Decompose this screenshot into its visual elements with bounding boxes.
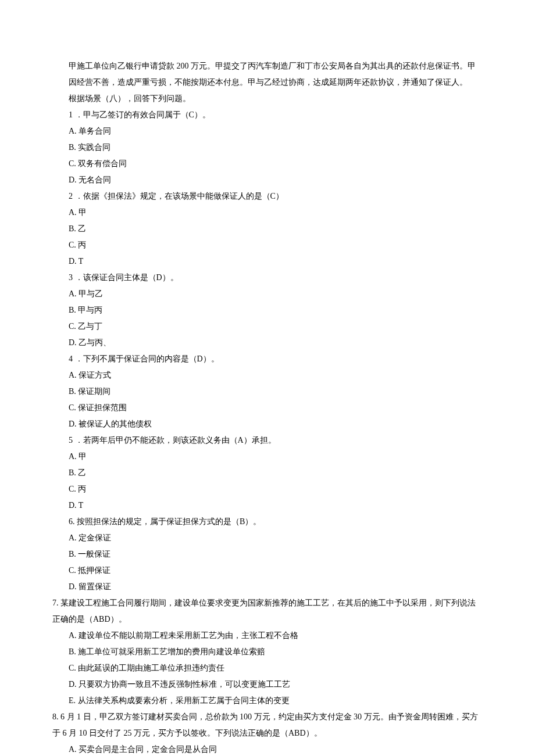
q7-option-e: E. 从法律关系构成要素分析，采用新工艺属于合同主体的变更	[52, 693, 483, 709]
q7-option-b: B. 施工单位可就采用新工艺增加的费用向建设单位索赔	[52, 644, 483, 660]
q3-option-a: A. 甲与乙	[52, 286, 483, 302]
q3-stem: 3 ．该保证合同主体是（D）。	[52, 270, 483, 286]
q2-option-c: C. 丙	[52, 237, 483, 253]
q7-option-c: C. 由此延误的工期由施工单位承担违约责任	[52, 660, 483, 676]
q7-stem: 7. 某建设工程施工合同履行期间，建设单位要求变更为国家新推荐的施工工艺，在其后…	[52, 595, 483, 628]
q3-option-b: B. 甲与丙	[52, 302, 483, 318]
q2-option-a: A. 甲	[52, 205, 483, 221]
q8-option-a: A. 买卖合同是主合同，定金合同是从合同	[52, 741, 483, 756]
q4-option-d: D. 被保证人的其他债权	[52, 416, 483, 432]
q7-option-d: D. 只要双方协商一致且不违反强制性标准，可以变更施工工艺	[52, 676, 483, 693]
q2-stem: 2 ．依据《担保法》规定，在该场景中能做保证人的是（C）	[52, 188, 483, 205]
q6-option-d: D. 留置保证	[52, 579, 483, 595]
q1-option-c: C. 双务有偿合同	[52, 156, 483, 172]
scenario-paragraph-1: 甲施工单位向乙银行申请贷款 200 万元。甲提交了丙汽车制造厂和丁市公安局各自为…	[69, 58, 483, 91]
q3-option-d: D. 乙与丙、	[52, 335, 483, 351]
q1-stem: 1 ．甲与乙签订的有效合同属于（C）。	[52, 107, 483, 123]
q6-stem: 6. 按照担保法的规定，属于保证担保方式的是（B）。	[52, 514, 483, 530]
q4-stem: 4 ．下列不属于保证合同的内容是（D）。	[52, 351, 483, 367]
q5-option-c: C. 丙	[52, 481, 483, 497]
q5-stem: 5 ．若两年后甲仍不能还款，则该还款义务由（A）承担。	[52, 432, 483, 449]
q4-option-b: B. 保证期间	[52, 384, 483, 400]
q4-option-a: A. 保证方式	[52, 367, 483, 384]
q8-stem: 8. 6 月 1 日，甲乙双方签订建材买卖合同，总价款为 100 万元，约定由买…	[52, 709, 483, 741]
q6-option-c: C. 抵押保证	[52, 562, 483, 579]
q2-option-b: B. 乙	[52, 221, 483, 237]
q3-option-c: C. 乙与丁	[52, 318, 483, 335]
q1-option-d: D. 无名合同	[52, 172, 483, 188]
q6-option-a: A. 定金保证	[52, 530, 483, 546]
q5-option-b: B. 乙	[52, 465, 483, 481]
q1-option-a: A. 单务合同	[52, 123, 483, 139]
q5-option-d: D. T	[52, 497, 483, 514]
q1-option-b: B. 实践合同	[52, 139, 483, 156]
scenario-paragraph-2: 根据场景（八），回答下列问题。	[52, 91, 483, 107]
q6-option-b: B. 一般保证	[52, 546, 483, 562]
q7-option-a: A. 建设单位不能以前期工程未采用新工艺为由，主张工程不合格	[52, 628, 483, 644]
q4-option-c: C. 保证担保范围	[52, 400, 483, 416]
q2-option-d: D. T	[52, 253, 483, 270]
q5-option-a: A. 甲	[52, 449, 483, 465]
